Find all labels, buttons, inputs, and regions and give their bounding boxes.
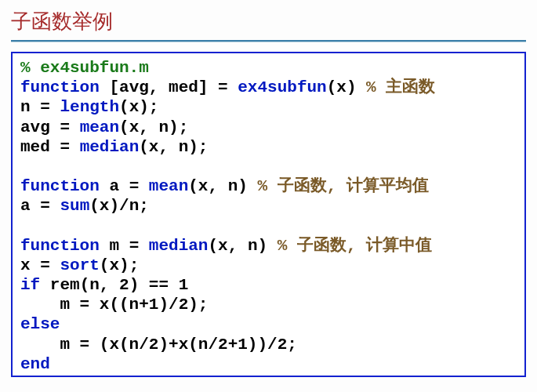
code-comment: % 主函数 <box>366 78 435 96</box>
code-text: [avg, med] = <box>100 78 238 96</box>
code-funcname: mean <box>149 177 188 195</box>
code-text: m = x((n+1)/2); <box>20 296 208 314</box>
code-text: (x, n); <box>119 118 188 136</box>
code-text: m = (x(n/2)+x(n/2+1))/2; <box>20 336 297 354</box>
code-funcname: length <box>60 98 119 116</box>
code-text: med = <box>20 138 80 156</box>
code-text: (x, n) <box>208 237 277 255</box>
code-funcname: sum <box>60 197 89 215</box>
code-comment: % 子函数, 计算中值 <box>278 237 432 255</box>
code-keyword: if <box>20 276 40 294</box>
code-comment: % 子函数, 计算平均值 <box>257 177 428 195</box>
code-text: (x); <box>100 256 139 274</box>
code-block: % ex4subfun.m function [avg, med] = ex4s… <box>11 52 526 377</box>
code-funcname: median <box>80 138 140 156</box>
code-text: (x) <box>327 78 366 96</box>
code-funcname: ex4subfun <box>238 78 326 96</box>
code-funcname: median <box>149 237 209 255</box>
code-text: n = <box>20 98 60 116</box>
code-text: a = <box>20 197 60 215</box>
code-text: (x)/n; <box>89 197 149 215</box>
code-text: x = <box>20 256 60 274</box>
code-funcname: mean <box>80 118 119 136</box>
title-divider <box>11 40 526 42</box>
code-text: avg = <box>20 118 80 136</box>
code-text: m = <box>100 237 149 255</box>
code-keyword: function <box>20 177 100 195</box>
code-text: a = <box>100 177 149 195</box>
code-funcname: sort <box>60 256 99 274</box>
code-comment: % ex4subfun.m <box>20 59 149 77</box>
code-keyword: function <box>20 78 100 96</box>
code-text: (x, n); <box>139 138 208 156</box>
code-keyword: else <box>20 315 60 333</box>
code-text: (x, n) <box>188 177 257 195</box>
code-keyword: function <box>20 237 100 255</box>
slide-title: 子函数举例 <box>11 8 526 35</box>
code-text: (x); <box>119 98 158 116</box>
code-keyword: end <box>20 355 50 373</box>
code-text: rem(n, 2) == 1 <box>40 276 188 294</box>
